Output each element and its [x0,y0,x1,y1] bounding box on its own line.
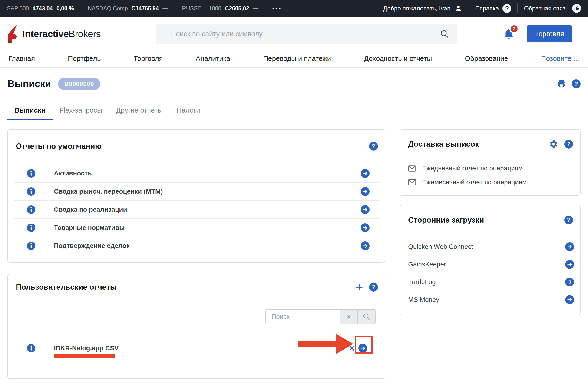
nav-item-performance-reports[interactable]: Доходность и отчеты [364,55,432,62]
tab-taxes[interactable]: Налоги [170,106,207,120]
nav-item-portfolio[interactable]: Портфель [68,55,101,62]
custom-reports-search: ✕ [265,309,376,324]
download-arrow-icon[interactable] [565,242,574,251]
default-reports-help-icon[interactable]: ? [369,142,378,151]
info-icon[interactable] [27,187,35,196]
account-id-badge: U0000000 [58,78,100,90]
add-report-icon[interactable]: + [356,283,363,292]
site-search-input[interactable] [171,30,440,38]
report-row-commodity[interactable]: Товарные нормативы [14,219,379,237]
info-icon[interactable] [27,242,35,250]
delete-report-icon[interactable]: ✕ [349,344,355,353]
print-icon[interactable] [557,79,566,88]
report-row-realized[interactable]: Сводка по реализации [14,201,379,219]
main-content: Выписки U0000000 ? Выписки Flex-запросы … [0,74,588,379]
third-party-row-tradelog[interactable]: TradeLog [408,273,574,291]
delivery-item-label: Ежемесячный отчет по операциям [422,178,527,186]
divider [517,3,518,14]
nav-item-home[interactable]: Главная [8,55,35,62]
nav-item-transfers[interactable]: Переводы и платежи [263,55,331,62]
third-party-row-quicken[interactable]: Quicken Web Connect [408,238,574,256]
ticker-sp500[interactable]: S&P 500 4743,04 0,00 % [7,5,74,12]
clear-search-icon[interactable]: ✕ [340,310,357,324]
ticker-change: — [253,5,258,12]
tab-other-reports[interactable]: Другие отчеты [109,106,170,120]
trade-button[interactable]: Торговля [527,25,572,42]
feedback-icon [572,4,581,13]
delivery-item-monthly[interactable]: Ежемесячный отчет по операциям [408,175,574,189]
open-report-arrow-icon[interactable] [361,205,370,214]
custom-reports-help-icon[interactable]: ? [369,283,378,291]
logo[interactable]: InteractiveBrokers [6,25,101,43]
submit-search-icon[interactable] [357,310,375,324]
third-party-row-msmoney[interactable]: MS Money [408,291,574,308]
open-report-arrow-icon[interactable] [361,223,370,232]
tab-statements[interactable]: Выписки [7,106,53,120]
report-label: Товарные нормативы [54,224,125,231]
delivery-item-daily[interactable]: Ежедневный отчет по операциям [408,161,574,175]
welcome-user[interactable]: Добро пожаловать, Ivan [383,4,463,13]
notifications-bell[interactable]: 2 [503,27,515,41]
ticker-nasdaq[interactable]: NASDAQ Comp C14765,94 — [88,5,168,12]
feedback-text: Обратная связь [524,5,568,12]
help-link[interactable]: Справка ? [475,4,511,13]
ticker-value: C2605,02 [225,5,249,12]
ticker-label: NASDAQ Comp [88,5,128,12]
download-arrow-icon[interactable] [565,278,574,287]
help-text: Справка [475,5,499,12]
nav-item-education[interactable]: Образование [465,55,508,62]
third-party-label: GainsKeeper [408,261,446,268]
annotation-underline [54,354,115,358]
statement-delivery-help-icon[interactable]: ? [564,140,573,149]
envelope-icon [408,165,416,172]
more-tickers-icon[interactable]: ••• [273,5,282,12]
info-icon[interactable] [27,344,35,352]
third-party-row-gainskeeper[interactable]: GainsKeeper [408,256,574,273]
custom-report-row[interactable]: IBKR-Nalog.app CSV ✕ [14,337,379,359]
interactive-brokers-logo-icon [6,25,20,43]
nav-item-trade[interactable]: Торговля [134,55,163,62]
statement-delivery-card: Доставка выписок ? Ежедневный отчет по о… [400,129,581,196]
tab-flex-queries[interactable]: Flex-запросы [53,106,109,120]
default-reports-card: Отчеты по умолчанию ? Активность Сводка … [7,129,385,263]
person-icon [454,4,462,13]
report-row-activity[interactable]: Активность [14,165,379,183]
page-help-icon[interactable]: ? [572,79,581,88]
download-arrow-icon[interactable] [565,260,574,269]
header: InteractiveBrokers 2 Торговля [0,17,588,51]
info-icon[interactable] [27,224,35,232]
ticker-change: — [163,5,168,12]
nav-item-analytics[interactable]: Аналитика [196,55,230,62]
open-report-arrow-icon[interactable] [361,241,370,250]
search-icon[interactable] [440,29,449,38]
download-arrow-icon[interactable] [565,295,574,304]
info-icon[interactable] [27,169,35,178]
run-custom-report-arrow-icon[interactable] [358,344,367,353]
info-icon[interactable] [27,205,35,214]
report-row-mtm[interactable]: Сводка рыноч. переоценки (MTM) [14,183,379,201]
report-label: Сводка рыноч. переоценки (MTM) [54,188,163,195]
custom-reports-title: Пользовательские отчеты [16,283,117,291]
nav-item-call-us[interactable]: Позовите ... [541,55,579,62]
ticker-label: S&P 500 [7,5,29,12]
third-party-downloads-card: Сторонние загрузки ? Quicken Web Connect… [400,205,581,315]
report-label: Подтверждение сделок [54,242,130,249]
custom-reports-search-input[interactable] [266,310,340,324]
logo-text: InteractiveBrokers [22,29,101,39]
open-report-arrow-icon[interactable] [361,169,370,178]
market-ticker-bar: S&P 500 4743,04 0,00 % NASDAQ Comp C1476… [0,0,588,17]
delivery-item-label: Ежедневный отчет по операциям [422,165,523,172]
feedback-link[interactable]: Обратная связь [524,4,581,13]
third-party-title: Сторонние загрузки [408,216,484,225]
open-report-arrow-icon[interactable] [361,187,370,196]
report-row-trade-confirm[interactable]: Подтверждение сделок [14,237,379,255]
statement-delivery-title: Доставка выписок [408,140,479,149]
ticker-russell[interactable]: RUSSELL 1000 C2605,02 — [182,5,258,12]
third-party-help-icon[interactable]: ? [564,216,573,225]
settings-gear-icon[interactable] [549,139,558,149]
logo-light: Brokers [69,29,101,39]
report-label: Сводка по реализации [54,206,127,213]
divider [468,3,469,14]
third-party-label: Quicken Web Connect [408,243,473,250]
main-nav: Главная Портфель Торговля Аналитика Пере… [0,51,588,68]
